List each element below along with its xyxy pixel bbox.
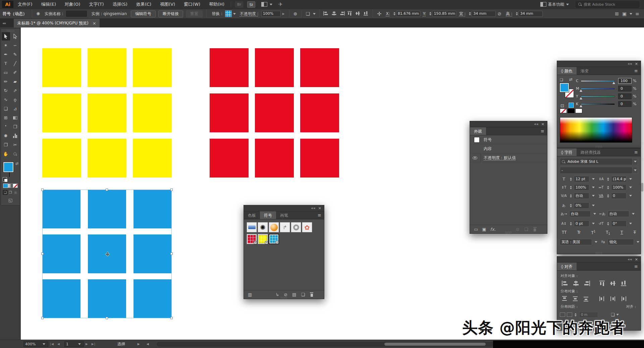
symbol-yellow-grid[interactable]: + [258, 234, 268, 244]
magenta-slider[interactable] [581, 88, 615, 89]
close-panel-icon[interactable]: × [635, 62, 638, 66]
fill-swatch[interactable] [560, 83, 569, 92]
y-field[interactable]: 150.85 mm [432, 11, 456, 17]
align-right-icon[interactable] [339, 11, 345, 17]
workspace-switcher[interactable]: 基本功能 [548, 2, 564, 7]
symbol-orange-sphere[interactable] [269, 222, 279, 232]
align-top-icon[interactable] [347, 11, 353, 17]
symbol-square[interactable] [88, 93, 126, 132]
symbol-square[interactable] [42, 139, 81, 178]
type-tool[interactable]: T [2, 59, 10, 68]
selection-handle[interactable] [170, 317, 173, 319]
tracking-stepper[interactable] [607, 194, 609, 198]
symbol-blue-banner[interactable] [247, 222, 257, 232]
chevron-down-icon[interactable] [566, 4, 569, 5]
symbol-swirl-ring[interactable] [291, 222, 301, 232]
underline-button[interactable]: T [621, 230, 623, 235]
puppet-warp-tool[interactable]: ϙ [11, 95, 19, 104]
blend-tool[interactable]: ❒ [11, 123, 19, 131]
chevron-down-icon[interactable] [630, 13, 632, 15]
document-tab[interactable]: 未标题-1* @ 400% (CMYK/GPU 预览) × [14, 19, 100, 27]
align-right-icon[interactable] [583, 281, 590, 286]
close-tab-icon[interactable]: × [93, 21, 96, 26]
vertical-scale-dropdown[interactable] [591, 184, 596, 191]
panel-menu-icon[interactable]: ≡ [634, 68, 638, 73]
instance-name-input[interactable] [66, 11, 87, 17]
gradient-button[interactable] [8, 184, 13, 188]
place-symbol-icon[interactable]: ↳ [275, 292, 279, 297]
yellow-slider[interactable] [581, 96, 615, 97]
last-artboard-icon[interactable]: ▶| [92, 342, 96, 346]
leading-field[interactable]: (14.4 pt) [611, 176, 627, 182]
kerning-stepper[interactable] [570, 194, 572, 198]
align-bottom-icon[interactable] [364, 11, 369, 17]
x-field[interactable]: 81.676 mm [396, 11, 420, 17]
superscript-button[interactable]: T1 [591, 230, 595, 235]
distribute-bottom-icon[interactable] [583, 296, 590, 301]
symbol-arrow-marks[interactable]: ↱ [280, 222, 290, 232]
selection-handle[interactable] [170, 253, 173, 255]
symbol-red-grid[interactable]: + [247, 234, 257, 244]
direct-selection-tool[interactable] [11, 32, 19, 41]
fill-swatch[interactable] [3, 162, 13, 172]
symbol-square[interactable] [255, 93, 294, 132]
panel-dock-icon[interactable]: ▣ [622, 11, 627, 16]
control-menu-icon[interactable]: ≡ [635, 11, 639, 16]
font-style-dropdown[interactable] [633, 167, 638, 174]
panel-menu-icon[interactable]: ≡ [634, 264, 638, 269]
swap-fill-stroke-icon[interactable]: ⇄ [569, 77, 573, 82]
rectangle-tool[interactable]: ▭ [2, 68, 10, 77]
language-field[interactable]: 英语：美国 [560, 239, 592, 245]
collapse-panel-icon[interactable]: «« [311, 206, 315, 210]
symbol-square[interactable] [42, 48, 81, 87]
tab-pathfinder[interactable]: 路径查找器 [577, 148, 605, 156]
font-style-field[interactable]: - [560, 167, 633, 174]
add-effect-icon[interactable]: fx. [490, 227, 496, 232]
horizontal-scrollbar-thumb[interactable] [384, 343, 486, 346]
screen-mode-button[interactable]: ◱ [1, 195, 20, 203]
align-to-selection-icon[interactable]: ❏ [611, 312, 615, 317]
leading-stepper[interactable] [607, 178, 609, 181]
subscript-button[interactable]: T1 [606, 230, 610, 235]
vertical-scale-stepper[interactable] [570, 186, 572, 189]
panel-menu-icon[interactable]: ≡ [634, 150, 638, 155]
tab-symbols[interactable]: 符号 [260, 211, 276, 219]
tab-color[interactable]: ◊ 颜色 [557, 67, 577, 75]
symbol-square[interactable] [42, 93, 81, 132]
symbol-square[interactable] [88, 48, 126, 87]
font-size-field[interactable]: 12 pt [574, 176, 589, 182]
appearance-row-symbol[interactable]: 符号 [470, 135, 547, 144]
break-link-button[interactable]: 断开链接 [158, 10, 183, 17]
font-family-field[interactable]: Adobe 宋体 Std L [560, 158, 633, 165]
replace-symbol-thumbnail[interactable] [225, 10, 232, 17]
horizontal-scale-field[interactable]: 100% [611, 184, 627, 191]
add-new-fill-icon[interactable]: ▣ [482, 227, 486, 232]
delete-symbol-icon[interactable] [310, 292, 314, 297]
scale-tool[interactable]: ⇗ [11, 86, 19, 95]
chevron-down-icon[interactable] [313, 13, 316, 15]
shaper-tool[interactable]: ✏ [2, 77, 10, 86]
distribute-left-icon[interactable] [599, 296, 606, 301]
black-slider[interactable] [581, 103, 615, 105]
selection-handle[interactable] [41, 189, 44, 191]
symbol-libraries-icon[interactable]: ▥ [248, 292, 252, 297]
workspace-grid-icon[interactable]: ⊞ [615, 11, 619, 16]
symbol-square[interactable] [210, 139, 249, 178]
symbol-square[interactable] [300, 93, 339, 132]
menu-window[interactable]: 窗口(W) [179, 0, 205, 9]
selection-handle[interactable] [41, 253, 44, 255]
align-bottom-icon[interactable] [621, 281, 628, 286]
character-rotation-stepper[interactable] [607, 222, 609, 225]
lasso-tool[interactable]: ∽ [11, 41, 19, 50]
menu-view[interactable]: 视图(V) [156, 0, 179, 9]
tab-brushes[interactable]: 画笔 [276, 211, 292, 219]
align-center-icon[interactable] [573, 281, 579, 286]
swap-fill-stroke-icon[interactable]: ⇄ [15, 161, 18, 166]
close-panel-icon[interactable]: × [318, 206, 321, 210]
aki-left-dropdown[interactable] [592, 211, 597, 217]
strikethrough-button[interactable]: T [634, 230, 636, 235]
arrange-documents-icon[interactable] [261, 2, 267, 7]
default-swatch-icon[interactable]: ❏ [560, 78, 563, 82]
previous-artboard-icon[interactable]: ◀ [57, 342, 60, 346]
magic-wand-tool[interactable]: ✶ [2, 41, 10, 50]
